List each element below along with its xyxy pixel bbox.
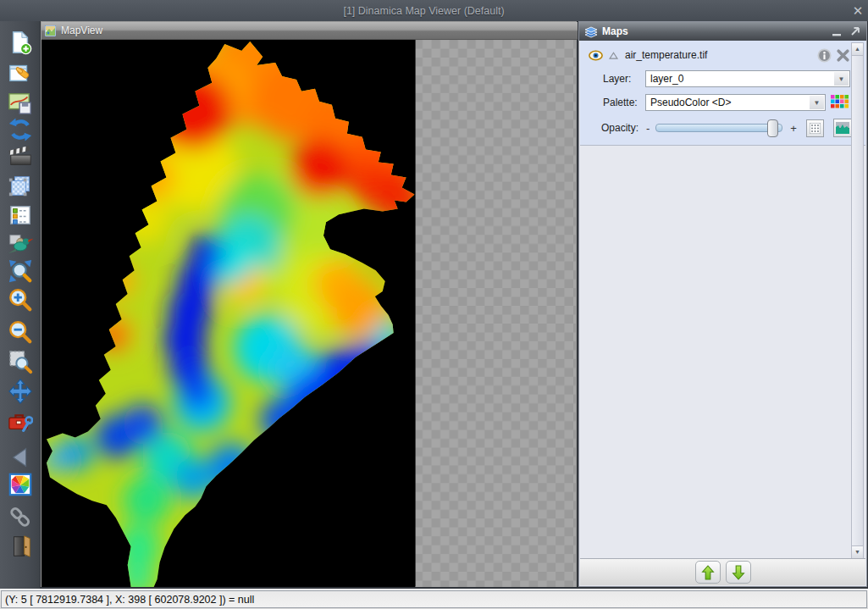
new-map-view-icon[interactable] — [6, 28, 34, 56]
statusbar: (Y: 5 [ 7812919.7384 ], X: 398 [ 602078.… — [0, 589, 868, 609]
maps-layers-icon — [584, 25, 598, 38]
palette-combobox-arrow-icon[interactable]: ▼ — [810, 96, 824, 109]
layer-collapse-icon[interactable] — [608, 51, 619, 60]
value-table-button[interactable] — [806, 119, 824, 137]
dinamica-bird-icon[interactable] — [6, 230, 34, 257]
palette-editor-icon[interactable] — [6, 470, 34, 498]
tools-icon[interactable] — [6, 407, 34, 435]
maps-panel: Maps air_temperature.tif Layer: layer_0 … — [578, 21, 867, 587]
opacity-slider[interactable] — [655, 124, 782, 132]
mapview-header[interactable]: MapView — [41, 22, 578, 40]
maps-panel-content: air_temperature.tif Layer: layer_0 ▼ Pal… — [580, 41, 865, 561]
window-titlebar: [1] Dinamica Map Viewer (Default) ✕ — [0, 0, 868, 21]
maps-scrollbar[interactable]: ▲ ▼ — [851, 42, 864, 559]
arrow-up-icon — [701, 565, 715, 580]
move-layer-down-button[interactable] — [726, 561, 751, 584]
zoom-out-icon[interactable] — [6, 318, 34, 346]
float-panel-icon[interactable] — [849, 25, 861, 37]
histogram-button[interactable] — [833, 119, 853, 137]
arrow-down-icon — [732, 565, 745, 580]
layer-combobox-value: layer_0 — [646, 73, 834, 85]
mapview-panel: MapView — [41, 21, 577, 587]
window-title: [1] Dinamica Map Viewer (Default) — [0, 5, 848, 17]
palette-combobox-value: PseudoColor <D> — [646, 97, 810, 108]
coordinate-readout: (Y: 5 [ 7812919.7384 ], X: 398 [ 602078.… — [1, 590, 867, 608]
mapview-icon — [45, 25, 56, 36]
back-icon[interactable] — [6, 443, 34, 471]
save-map-icon[interactable] — [6, 89, 34, 117]
opacity-slider-thumb[interactable] — [767, 119, 778, 137]
zoom-window-icon[interactable] — [6, 347, 34, 375]
move-layer-up-button[interactable] — [695, 561, 721, 584]
opacity-row: Opacity: - + — [601, 119, 855, 137]
movie-icon[interactable] — [6, 142, 34, 170]
opacity-minus-label: - — [646, 122, 650, 135]
palette-combobox[interactable]: PseudoColor <D> ▼ — [645, 94, 826, 111]
transparency-icon[interactable] — [6, 172, 34, 200]
layer-visibility-eye-icon[interactable] — [589, 50, 603, 61]
layer-combobox-arrow-icon[interactable]: ▼ — [834, 72, 849, 86]
open-map-icon[interactable] — [6, 58, 34, 86]
main-toolbar — [0, 21, 40, 589]
maps-panel-title: Maps — [602, 25, 831, 37]
layer-label: Layer: — [603, 73, 645, 85]
palette-row: Palette: PseudoColor <D> ▼ — [603, 94, 853, 111]
layer-combobox[interactable]: layer_0 ▼ — [645, 70, 850, 87]
exit-icon[interactable] — [6, 532, 34, 560]
legend-icon[interactable] — [6, 201, 34, 229]
maps-panel-bottom-bar — [580, 558, 865, 585]
window-close-icon[interactable]: ✕ — [848, 3, 868, 19]
histogram-icon — [836, 122, 849, 134]
map-canvas[interactable] — [41, 40, 576, 587]
layer-filename: air_temperature.tif — [625, 49, 817, 61]
layer-title-row: air_temperature.tif — [589, 47, 853, 63]
minimize-icon[interactable] — [831, 25, 843, 37]
palette-label: Palette: — [603, 97, 645, 108]
layer-remove-icon[interactable] — [836, 48, 850, 63]
refresh-icon[interactable] — [6, 115, 34, 143]
layer-row: Layer: layer_0 ▼ — [603, 70, 853, 87]
zoom-to-fit-icon[interactable] — [6, 257, 34, 285]
maps-panel-header[interactable]: Maps — [579, 22, 866, 41]
opacity-plus-label: + — [790, 122, 797, 135]
palette-grid-icon[interactable] — [831, 95, 849, 110]
link-icon[interactable] — [6, 502, 34, 530]
zoom-in-icon[interactable] — [6, 285, 34, 313]
scroll-down-icon[interactable]: ▼ — [852, 545, 863, 558]
pan-icon[interactable] — [6, 377, 34, 405]
scroll-up-icon[interactable]: ▲ — [852, 43, 863, 56]
mapview-title: MapView — [61, 25, 102, 36]
layer-info-icon[interactable] — [817, 48, 832, 63]
value-table-icon — [810, 123, 821, 134]
opacity-label: Opacity: — [601, 122, 646, 134]
